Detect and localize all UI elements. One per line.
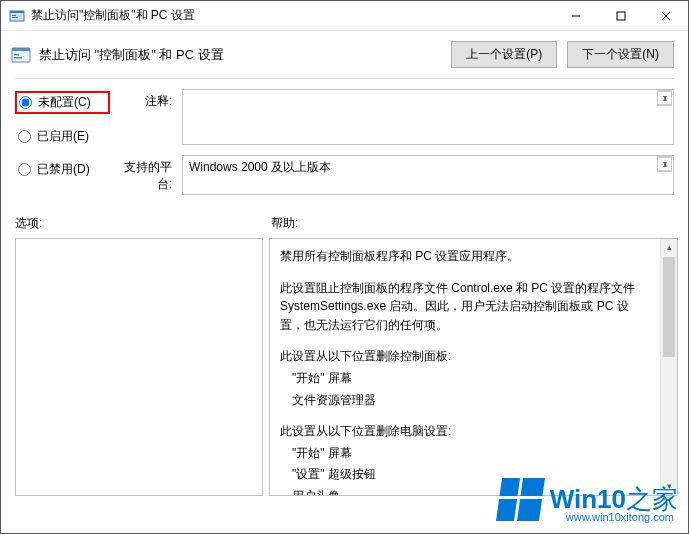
help-text: "开始" 屏幕 <box>280 369 649 388</box>
divider <box>15 78 674 79</box>
help-text: 此设置从以下位置删除电脑设置: <box>280 422 649 441</box>
svg-rect-2 <box>12 15 16 16</box>
help-text: 文件资源管理器 <box>280 391 649 410</box>
radio-not-configured[interactable]: 未配置(C) <box>15 91 110 114</box>
svg-rect-3 <box>12 17 18 18</box>
comment-label: 注释: <box>114 89 178 145</box>
radio-enabled-input[interactable] <box>18 130 31 143</box>
comment-textarea[interactable]: ▴ ▾ <box>182 89 674 145</box>
close-button[interactable] <box>643 1 688 30</box>
titlebar: 禁止访问"控制面板"和 PC 设置 <box>1 1 688 31</box>
svg-rect-5 <box>617 12 625 20</box>
radio-not-configured-label: 未配置(C) <box>38 94 91 111</box>
comment-spin[interactable]: ▴ ▾ <box>657 91 672 106</box>
help-text: "开始" 屏幕 <box>280 444 649 463</box>
scroll-up-icon[interactable]: ▴ <box>661 239 677 256</box>
options-label: 选项: <box>15 215 271 232</box>
help-text: 用户头像 <box>280 487 649 496</box>
platform-text: Windows 2000 及以上版本 <box>189 160 331 174</box>
help-pane: 禁用所有控制面板程序和 PC 设置应用程序。 此设置阻止控制面板的程序文件 Co… <box>269 238 678 496</box>
header: 禁止访问 "控制面板" 和 PC 设置 上一个设置(P) 下一个设置(N) <box>1 31 688 76</box>
radio-enabled-label: 已启用(E) <box>37 128 89 145</box>
help-text: 此设置从以下位置删除控制面板: <box>280 347 649 366</box>
prev-setting-button[interactable]: 上一个设置(P) <box>451 41 557 68</box>
window-controls <box>553 1 688 30</box>
maximize-button[interactable] <box>598 1 643 30</box>
scroll-track[interactable] <box>661 358 677 478</box>
radio-disabled-input[interactable] <box>18 163 31 176</box>
policy-title: 禁止访问 "控制面板" 和 PC 设置 <box>39 46 224 64</box>
help-label: 帮助: <box>271 215 298 232</box>
config-area: 未配置(C) 已启用(E) 已禁用(D) 注释: ▴ ▾ 支持的平台: Wind… <box>1 89 688 195</box>
app-icon <box>9 8 25 24</box>
help-text: 禁用所有控制面板程序和 PC 设置应用程序。 <box>280 247 649 266</box>
policy-icon <box>11 45 31 65</box>
svg-rect-1 <box>10 11 24 13</box>
help-text: "设置" 超级按钮 <box>280 465 649 484</box>
platform-label: 支持的平台: <box>114 145 178 195</box>
section-labels: 选项: 帮助: <box>1 215 688 232</box>
watermark-url: www.win10xitong.com <box>566 511 674 523</box>
scroll-down-icon[interactable]: ▾ <box>661 478 677 495</box>
help-text: 此设置阻止控制面板的程序文件 Control.exe 和 PC 设置的程序文件 … <box>280 279 649 335</box>
minimize-button[interactable] <box>553 1 598 30</box>
radio-disabled-label: 已禁用(D) <box>37 161 90 178</box>
svg-rect-9 <box>12 48 30 51</box>
radio-enabled[interactable]: 已启用(E) <box>15 126 110 147</box>
svg-rect-11 <box>14 57 22 59</box>
spin-up-icon[interactable]: ▴ <box>657 91 672 106</box>
platform-box: Windows 2000 及以上版本 ▴ ▾ <box>182 155 674 195</box>
next-setting-button[interactable]: 下一个设置(N) <box>567 41 674 68</box>
window-title: 禁止访问"控制面板"和 PC 设置 <box>31 7 195 24</box>
help-scrollbar[interactable]: ▴ ▾ <box>660 239 677 495</box>
radio-disabled[interactable]: 已禁用(D) <box>15 159 110 180</box>
lower-panes: 禁用所有控制面板程序和 PC 设置应用程序。 此设置阻止控制面板的程序文件 Co… <box>1 232 688 510</box>
options-pane <box>15 238 263 496</box>
platform-spin[interactable]: ▴ ▾ <box>657 157 672 172</box>
svg-rect-10 <box>14 54 19 56</box>
spin-down-icon[interactable]: ▾ <box>657 90 672 105</box>
spin-down-icon[interactable]: ▾ <box>657 156 672 171</box>
radio-not-configured-input[interactable] <box>19 96 32 109</box>
scroll-thumb[interactable] <box>663 257 675 357</box>
